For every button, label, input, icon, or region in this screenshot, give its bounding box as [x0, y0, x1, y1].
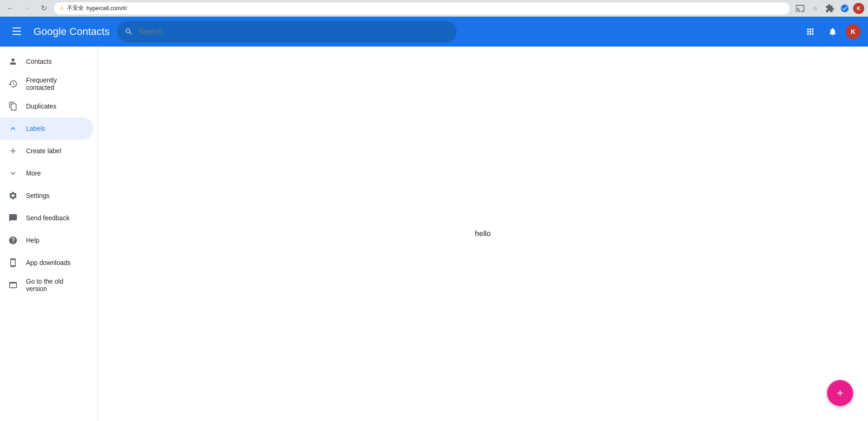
main-content: hello: [98, 47, 868, 421]
sidebar-label-frequently-contacted: Frequently contacted: [26, 76, 86, 91]
app-title: Google Contacts: [33, 26, 110, 38]
sidebar-label-create-label: Create label: [26, 147, 86, 155]
app-body: Contacts Frequently contacted Duplicates…: [0, 47, 868, 421]
svg-rect-1: [13, 31, 21, 32]
reload-button[interactable]: ↻: [37, 2, 50, 15]
add-icon: [7, 146, 19, 156]
notifications-button[interactable]: [823, 22, 842, 41]
sidebar-item-duplicates[interactable]: Duplicates: [0, 95, 93, 117]
sidebar-label-app-downloads: App downloads: [26, 259, 86, 266]
sidebar-label-send-feedback: Send feedback: [26, 214, 86, 222]
sidebar-item-more[interactable]: More: [0, 162, 93, 184]
chevron-up-icon: [7, 124, 19, 133]
sidebar-item-help[interactable]: Help: [0, 229, 93, 251]
app-downloads-icon: [7, 258, 19, 267]
sidebar-label-settings: Settings: [26, 192, 86, 199]
hello-text: hello: [475, 230, 491, 238]
browser-chrome: ← → ↻ ⚠ 不安全 hypercell.com/#/ ☆ K: [0, 0, 868, 17]
sidebar-item-app-downloads[interactable]: App downloads: [0, 251, 93, 274]
history-icon: [7, 79, 19, 88]
sidebar-item-create-label[interactable]: Create label: [0, 140, 93, 162]
address-bar[interactable]: ⚠ 不安全 hypercell.com/#/: [54, 2, 790, 14]
old-version-icon: [7, 280, 19, 290]
app-header: Google Contacts K: [0, 17, 868, 47]
person-icon: [7, 57, 19, 66]
user-avatar-header[interactable]: K: [846, 24, 861, 39]
sidebar-label-labels: Labels: [26, 125, 86, 132]
sidebar-item-send-feedback[interactable]: Send feedback: [0, 207, 93, 229]
sidebar-item-old-version[interactable]: Go to the old version: [0, 274, 93, 296]
extension-button[interactable]: [823, 2, 836, 15]
sidebar-label-help: Help: [26, 237, 86, 244]
apps-button[interactable]: [801, 22, 820, 41]
back-button[interactable]: ←: [4, 2, 17, 15]
create-contact-fab[interactable]: +: [827, 380, 853, 406]
hamburger-button[interactable]: [7, 22, 26, 41]
sidebar-label-contacts: Contacts: [26, 58, 86, 65]
search-bar[interactable]: [117, 21, 457, 42]
sidebar-item-frequently-contacted[interactable]: Frequently contacted: [0, 73, 93, 95]
svg-rect-0: [13, 27, 21, 28]
security-icon: ⚠: [60, 5, 64, 11]
header-right: K: [801, 22, 861, 41]
bookmark-button[interactable]: ☆: [808, 2, 821, 15]
sidebar-item-settings[interactable]: Settings: [0, 184, 93, 207]
sidebar-label-old-version: Go to the old version: [26, 278, 86, 292]
chevron-down-icon: [7, 169, 19, 178]
sidebar: Contacts Frequently contacted Duplicates…: [0, 47, 98, 421]
sidebar-label-more: More: [26, 170, 86, 177]
profile-button[interactable]: [838, 2, 851, 15]
svg-rect-2: [13, 34, 21, 35]
cast-button[interactable]: [794, 2, 807, 15]
sidebar-item-labels[interactable]: Labels: [0, 117, 93, 140]
forward-button[interactable]: →: [20, 2, 33, 15]
search-input[interactable]: [139, 27, 449, 36]
duplicate-icon: [7, 102, 19, 111]
sidebar-item-contacts[interactable]: Contacts: [0, 50, 93, 73]
sidebar-label-duplicates: Duplicates: [26, 102, 86, 110]
user-avatar-browser[interactable]: K: [853, 3, 864, 14]
settings-icon: [7, 191, 19, 200]
url-text: hypercell.com/#/: [87, 5, 127, 12]
help-icon: [7, 236, 19, 245]
feedback-icon: [7, 213, 19, 223]
fab-plus-icon: +: [837, 387, 843, 400]
browser-actions: ☆ K: [794, 2, 864, 15]
security-label: 不安全: [67, 4, 84, 12]
